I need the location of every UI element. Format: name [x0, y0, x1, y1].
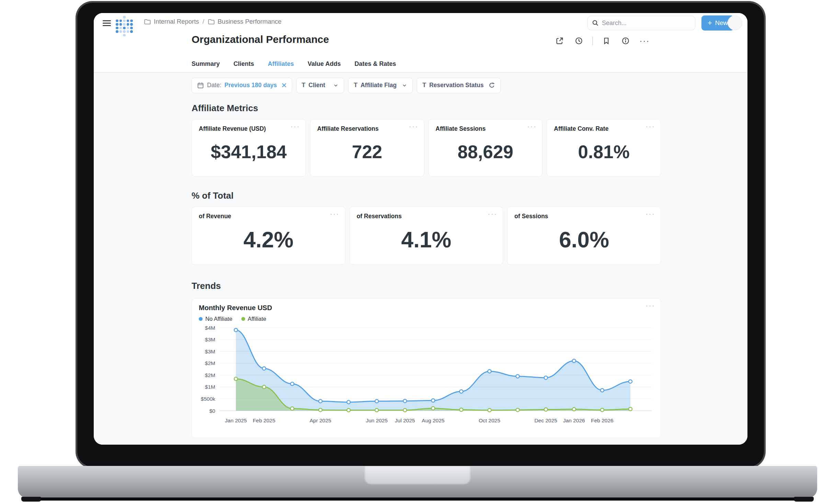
- section-heading-metrics: Affiliate Metrics: [192, 103, 661, 114]
- filter-affiliate-flag[interactable]: T Affiliate Flag: [348, 78, 413, 93]
- svg-text:$2M: $2M: [205, 360, 215, 366]
- folder-icon: [144, 18, 151, 25]
- calendar-icon: [197, 82, 204, 89]
- filter-reservation-status[interactable]: T Reservation Status: [417, 78, 501, 93]
- svg-text:Jan 2026: Jan 2026: [563, 418, 585, 423]
- svg-text:$0: $0: [209, 408, 216, 413]
- svg-text:$4M: $4M: [205, 325, 215, 330]
- tab-value-adds[interactable]: Value Adds: [308, 60, 341, 73]
- laptop-bezel: Internal Reports / Business Performance …: [77, 3, 764, 467]
- search-input[interactable]: [587, 16, 695, 30]
- breadcrumb-collection[interactable]: Business Performance: [208, 18, 282, 25]
- svg-text:$3M: $3M: [205, 348, 215, 354]
- chevron-down-icon: [402, 83, 407, 88]
- card-menu-icon[interactable]: ···: [527, 122, 537, 131]
- app-logo[interactable]: [116, 16, 133, 37]
- breadcrumb: Internal Reports / Business Performance: [144, 18, 282, 25]
- card-value: 88,629: [429, 132, 542, 176]
- card-title: Affiliate Sessions: [429, 119, 542, 132]
- dashboard-body: Date: Previous 180 days T Client T Affil…: [94, 73, 747, 445]
- svg-text:Oct 2025: Oct 2025: [479, 418, 500, 423]
- filter-date-prefix: Date:: [207, 82, 221, 89]
- bookmark-icon: [602, 37, 610, 45]
- legend-dot-green: [241, 317, 245, 321]
- close-icon[interactable]: [282, 83, 287, 88]
- breadcrumb-separator: /: [203, 18, 204, 25]
- card-menu-icon[interactable]: ···: [290, 122, 300, 131]
- card-menu-icon[interactable]: ···: [409, 122, 419, 131]
- hamburger-menu-icon[interactable]: [103, 20, 111, 26]
- share-button[interactable]: [554, 35, 565, 47]
- legend-dot-blue: [199, 317, 203, 321]
- svg-text:Jan 2025: Jan 2025: [225, 418, 247, 423]
- filter-client[interactable]: T Client: [296, 78, 344, 93]
- card-affiliate-reservations[interactable]: Affiliate Reservations ··· 722: [310, 119, 424, 177]
- card-affiliate-conv-rate[interactable]: Affiliate Conv. Rate ··· 0.81%: [547, 119, 661, 177]
- card-value: 4.2%: [192, 220, 345, 265]
- breadcrumb-item: Internal Reports: [154, 18, 199, 25]
- legend-no-affiliate[interactable]: No Affiliate: [199, 316, 232, 322]
- info-button[interactable]: [620, 35, 631, 47]
- svg-text:$500k: $500k: [201, 396, 215, 401]
- svg-text:$1M: $1M: [205, 384, 215, 390]
- svg-text:Dec 2025: Dec 2025: [535, 418, 557, 423]
- reset-icon[interactable]: [489, 82, 495, 89]
- ellipsis-icon: ···: [640, 36, 650, 46]
- trend-chart-svg: $0$500k$1M$2M$2M$3M$3M$4MJan 2025Feb 202…: [199, 324, 654, 427]
- card-title: Affiliate Revenue (USD): [192, 119, 306, 132]
- card-value: 4.1%: [350, 220, 503, 265]
- tab-affiliates[interactable]: Affiliates: [268, 60, 294, 73]
- svg-text:Jun 2025: Jun 2025: [366, 418, 388, 423]
- tab-summary[interactable]: Summary: [192, 60, 220, 73]
- svg-text:Jul 2025: Jul 2025: [395, 418, 415, 423]
- breadcrumb-collection[interactable]: Internal Reports: [144, 18, 199, 25]
- laptop-notch: [364, 466, 471, 485]
- card-menu-icon[interactable]: ···: [488, 210, 497, 219]
- section-heading-trends: Trends: [192, 281, 661, 291]
- svg-text:Aug 2025: Aug 2025: [422, 418, 444, 423]
- card-pct-sessions[interactable]: of Sessions ··· 6.0%: [507, 207, 661, 265]
- filter-date[interactable]: Date: Previous 180 days: [192, 78, 292, 93]
- card-menu-icon[interactable]: ···: [645, 301, 655, 310]
- search-field[interactable]: [602, 20, 684, 27]
- card-affiliate-revenue[interactable]: Affiliate Revenue (USD) ··· $341,184: [192, 119, 306, 177]
- legend-label: No Affiliate: [205, 316, 232, 322]
- card-pct-reservations[interactable]: of Reservations ··· 4.1%: [350, 207, 503, 265]
- card-monthly-revenue-chart[interactable]: Monthly Revenue USD ··· No Affiliate Aff…: [192, 298, 661, 438]
- history-button[interactable]: [573, 35, 585, 47]
- text-filter-icon: T: [302, 82, 306, 89]
- filter-client-label: Client: [309, 82, 325, 89]
- more-options-button[interactable]: ···: [639, 35, 651, 47]
- section-heading-pct: % of Total: [192, 190, 661, 201]
- filter-date-value: Previous 180 days: [225, 82, 277, 89]
- tab-clients[interactable]: Clients: [233, 60, 254, 73]
- svg-text:Feb 2026: Feb 2026: [591, 418, 614, 423]
- card-menu-icon[interactable]: ···: [645, 122, 655, 131]
- card-menu-icon[interactable]: ···: [330, 210, 340, 219]
- chevron-down-icon: [333, 83, 339, 88]
- tab-dates-rates[interactable]: Dates & Rates: [354, 60, 396, 73]
- card-affiliate-sessions[interactable]: Affiliate Sessions ··· 88,629: [428, 119, 543, 177]
- card-value: $341,184: [192, 132, 306, 176]
- svg-text:$3M: $3M: [205, 337, 215, 342]
- laptop-foot: [21, 497, 41, 502]
- external-link-icon: [556, 37, 564, 45]
- svg-text:Feb 2025: Feb 2025: [253, 418, 275, 423]
- divider: [592, 36, 593, 45]
- legend-affiliate[interactable]: Affiliate: [241, 316, 266, 322]
- card-menu-icon[interactable]: ···: [645, 210, 655, 219]
- info-icon: [621, 37, 630, 45]
- bookmark-button[interactable]: [600, 35, 612, 47]
- avatar[interactable]: [728, 15, 742, 30]
- card-pct-revenue[interactable]: of Revenue ··· 4.2%: [192, 207, 345, 265]
- page-title: Organizational Performance: [192, 34, 329, 45]
- text-filter-icon: T: [354, 82, 357, 89]
- card-title: Affiliate Conv. Rate: [547, 119, 661, 132]
- chart-legend: No Affiliate Affiliate: [199, 316, 654, 322]
- dashboard-tabs: Summary Clients Affiliates Value Adds Da…: [192, 60, 396, 73]
- text-filter-icon: T: [422, 82, 426, 89]
- laptop-base: [18, 466, 817, 498]
- card-value: 722: [310, 132, 424, 176]
- svg-text:Apr 2025: Apr 2025: [310, 418, 331, 423]
- filter-reservation-status-label: Reservation Status: [429, 82, 484, 89]
